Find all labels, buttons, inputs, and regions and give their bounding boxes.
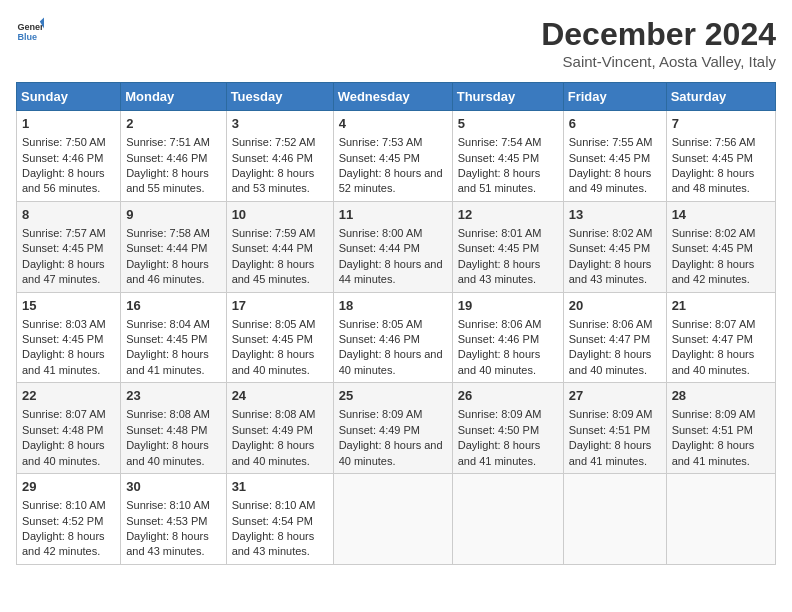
sunset-time: Sunset: 4:51 PM: [672, 423, 770, 438]
daylight-hours: Daylight: 8 hours and 52 minutes.: [339, 166, 447, 197]
title-area: December 2024 Saint-Vincent, Aosta Valle…: [541, 16, 776, 70]
day-number: 9: [126, 206, 220, 224]
daylight-hours: Daylight: 8 hours and 43 minutes.: [232, 529, 328, 560]
day-number: 30: [126, 478, 220, 496]
day-number: 15: [22, 297, 115, 315]
sunset-time: Sunset: 4:53 PM: [126, 514, 220, 529]
calendar-cell: 18Sunrise: 8:05 AMSunset: 4:46 PMDayligh…: [333, 292, 452, 383]
calendar-cell: 14Sunrise: 8:02 AMSunset: 4:45 PMDayligh…: [666, 201, 775, 292]
sunrise-time: Sunrise: 8:02 AM: [672, 226, 770, 241]
sunrise-time: Sunrise: 8:04 AM: [126, 317, 220, 332]
calendar-cell: 24Sunrise: 8:08 AMSunset: 4:49 PMDayligh…: [226, 383, 333, 474]
sunrise-time: Sunrise: 8:07 AM: [22, 407, 115, 422]
day-number: 17: [232, 297, 328, 315]
sunset-time: Sunset: 4:45 PM: [232, 332, 328, 347]
sunset-time: Sunset: 4:44 PM: [126, 241, 220, 256]
header-row: SundayMondayTuesdayWednesdayThursdayFrid…: [17, 83, 776, 111]
calendar-cell: [333, 474, 452, 565]
daylight-hours: Daylight: 8 hours and 41 minutes.: [126, 347, 220, 378]
sunrise-time: Sunrise: 8:10 AM: [126, 498, 220, 513]
day-number: 5: [458, 115, 558, 133]
sunrise-time: Sunrise: 8:01 AM: [458, 226, 558, 241]
sunrise-time: Sunrise: 8:05 AM: [339, 317, 447, 332]
daylight-hours: Daylight: 8 hours and 42 minutes.: [672, 257, 770, 288]
calendar-cell: [563, 474, 666, 565]
sunset-time: Sunset: 4:45 PM: [672, 241, 770, 256]
daylight-hours: Daylight: 8 hours and 45 minutes.: [232, 257, 328, 288]
daylight-hours: Daylight: 8 hours and 40 minutes.: [22, 438, 115, 469]
calendar-cell: 25Sunrise: 8:09 AMSunset: 4:49 PMDayligh…: [333, 383, 452, 474]
sunset-time: Sunset: 4:45 PM: [458, 151, 558, 166]
sunrise-time: Sunrise: 8:09 AM: [458, 407, 558, 422]
header-cell-wednesday: Wednesday: [333, 83, 452, 111]
sunrise-time: Sunrise: 8:08 AM: [126, 407, 220, 422]
sunset-time: Sunset: 4:45 PM: [22, 241, 115, 256]
daylight-hours: Daylight: 8 hours and 40 minutes.: [339, 438, 447, 469]
day-number: 6: [569, 115, 661, 133]
sunset-time: Sunset: 4:46 PM: [458, 332, 558, 347]
sunrise-time: Sunrise: 8:10 AM: [232, 498, 328, 513]
day-number: 27: [569, 387, 661, 405]
day-number: 14: [672, 206, 770, 224]
logo-icon: General Blue: [16, 16, 44, 44]
calendar-cell: 31Sunrise: 8:10 AMSunset: 4:54 PMDayligh…: [226, 474, 333, 565]
daylight-hours: Daylight: 8 hours and 40 minutes.: [458, 347, 558, 378]
sunrise-time: Sunrise: 7:56 AM: [672, 135, 770, 150]
calendar-cell: 8Sunrise: 7:57 AMSunset: 4:45 PMDaylight…: [17, 201, 121, 292]
day-number: 23: [126, 387, 220, 405]
day-number: 11: [339, 206, 447, 224]
sunrise-time: Sunrise: 7:57 AM: [22, 226, 115, 241]
sunset-time: Sunset: 4:46 PM: [232, 151, 328, 166]
calendar-cell: 6Sunrise: 7:55 AMSunset: 4:45 PMDaylight…: [563, 111, 666, 202]
header-cell-friday: Friday: [563, 83, 666, 111]
calendar-cell: [666, 474, 775, 565]
page-subtitle: Saint-Vincent, Aosta Valley, Italy: [541, 53, 776, 70]
calendar-cell: 2Sunrise: 7:51 AMSunset: 4:46 PMDaylight…: [121, 111, 226, 202]
day-number: 3: [232, 115, 328, 133]
day-number: 29: [22, 478, 115, 496]
sunset-time: Sunset: 4:44 PM: [232, 241, 328, 256]
sunrise-time: Sunrise: 8:09 AM: [569, 407, 661, 422]
sunset-time: Sunset: 4:48 PM: [22, 423, 115, 438]
sunrise-time: Sunrise: 8:07 AM: [672, 317, 770, 332]
calendar-cell: 17Sunrise: 8:05 AMSunset: 4:45 PMDayligh…: [226, 292, 333, 383]
daylight-hours: Daylight: 8 hours and 40 minutes.: [569, 347, 661, 378]
sunrise-time: Sunrise: 8:03 AM: [22, 317, 115, 332]
daylight-hours: Daylight: 8 hours and 43 minutes.: [126, 529, 220, 560]
day-number: 24: [232, 387, 328, 405]
daylight-hours: Daylight: 8 hours and 43 minutes.: [569, 257, 661, 288]
sunset-time: Sunset: 4:44 PM: [339, 241, 447, 256]
sunset-time: Sunset: 4:49 PM: [232, 423, 328, 438]
sunset-time: Sunset: 4:54 PM: [232, 514, 328, 529]
day-number: 13: [569, 206, 661, 224]
sunrise-time: Sunrise: 8:09 AM: [672, 407, 770, 422]
sunrise-time: Sunrise: 8:10 AM: [22, 498, 115, 513]
daylight-hours: Daylight: 8 hours and 41 minutes.: [672, 438, 770, 469]
week-row-1: 1Sunrise: 7:50 AMSunset: 4:46 PMDaylight…: [17, 111, 776, 202]
daylight-hours: Daylight: 8 hours and 56 minutes.: [22, 166, 115, 197]
calendar-cell: 11Sunrise: 8:00 AMSunset: 4:44 PMDayligh…: [333, 201, 452, 292]
calendar-cell: 30Sunrise: 8:10 AMSunset: 4:53 PMDayligh…: [121, 474, 226, 565]
day-number: 31: [232, 478, 328, 496]
day-number: 10: [232, 206, 328, 224]
sunrise-time: Sunrise: 8:05 AM: [232, 317, 328, 332]
daylight-hours: Daylight: 8 hours and 48 minutes.: [672, 166, 770, 197]
calendar-cell: 10Sunrise: 7:59 AMSunset: 4:44 PMDayligh…: [226, 201, 333, 292]
calendar-cell: 22Sunrise: 8:07 AMSunset: 4:48 PMDayligh…: [17, 383, 121, 474]
sunset-time: Sunset: 4:45 PM: [126, 332, 220, 347]
calendar-cell: 23Sunrise: 8:08 AMSunset: 4:48 PMDayligh…: [121, 383, 226, 474]
daylight-hours: Daylight: 8 hours and 43 minutes.: [458, 257, 558, 288]
sunset-time: Sunset: 4:45 PM: [569, 241, 661, 256]
calendar-cell: 26Sunrise: 8:09 AMSunset: 4:50 PMDayligh…: [452, 383, 563, 474]
svg-text:General: General: [17, 22, 44, 32]
logo: General Blue: [16, 16, 44, 44]
sunrise-time: Sunrise: 7:52 AM: [232, 135, 328, 150]
sunrise-time: Sunrise: 8:06 AM: [569, 317, 661, 332]
day-number: 16: [126, 297, 220, 315]
day-number: 7: [672, 115, 770, 133]
daylight-hours: Daylight: 8 hours and 55 minutes.: [126, 166, 220, 197]
sunrise-time: Sunrise: 7:50 AM: [22, 135, 115, 150]
sunset-time: Sunset: 4:45 PM: [339, 151, 447, 166]
sunset-time: Sunset: 4:47 PM: [569, 332, 661, 347]
calendar-cell: 7Sunrise: 7:56 AMSunset: 4:45 PMDaylight…: [666, 111, 775, 202]
